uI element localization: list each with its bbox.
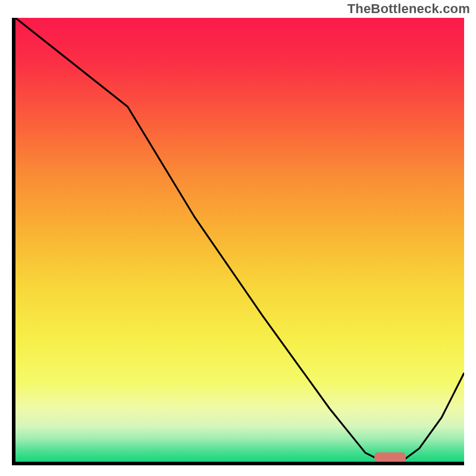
- optimal-marker: [374, 452, 406, 462]
- gradient-background: [15, 18, 464, 462]
- chart-container: TheBottleneck.com: [0, 0, 476, 476]
- plot-frame: [12, 18, 464, 465]
- plot-area: [15, 18, 464, 462]
- chart-svg: [15, 18, 464, 462]
- attribution-text: TheBottleneck.com: [347, 1, 470, 17]
